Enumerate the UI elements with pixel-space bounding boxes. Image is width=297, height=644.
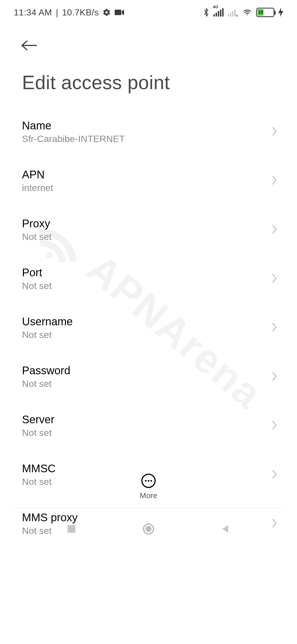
field-name[interactable]: Name Sfr-Carabibe-INTERNET [0, 107, 297, 156]
battery-level: 38 [258, 9, 263, 16]
svg-point-14 [148, 480, 149, 482]
field-password[interactable]: Password Not set [0, 352, 297, 401]
field-username[interactable]: Username Not set [0, 303, 297, 352]
field-label: APN [22, 168, 53, 181]
field-value: Not set [22, 231, 52, 242]
chevron-right-icon [271, 126, 278, 138]
field-value: Not set [22, 329, 73, 340]
field-label: Port [22, 266, 52, 279]
chevron-right-icon [271, 175, 278, 187]
svg-point-15 [150, 480, 152, 482]
svg-rect-4 [218, 11, 219, 17]
signal-4g-icon: 4G [213, 8, 224, 17]
field-label: Name [22, 119, 125, 132]
more-label: More [140, 491, 157, 500]
svg-point-13 [145, 480, 147, 482]
svg-rect-5 [220, 10, 221, 17]
chevron-right-icon [271, 224, 278, 236]
field-value: internet [22, 182, 53, 193]
signal-nosim-icon [228, 8, 238, 17]
status-net-speed: 10.7KB/s [62, 7, 99, 18]
field-label: Proxy [22, 217, 52, 230]
field-proxy[interactable]: Proxy Not set [0, 205, 297, 254]
svg-rect-8 [230, 13, 231, 17]
arrow-left-icon [20, 39, 37, 51]
svg-rect-16 [68, 525, 75, 533]
field-server[interactable]: Server Not set [0, 401, 297, 450]
svg-rect-9 [232, 11, 233, 17]
svg-rect-2 [213, 14, 215, 17]
android-nav-bar [0, 510, 297, 548]
wifi-icon [242, 8, 252, 17]
chevron-right-icon [271, 322, 278, 334]
svg-rect-7 [228, 14, 229, 17]
nav-home-button[interactable] [140, 521, 157, 537]
gear-icon [103, 8, 111, 17]
field-value: Not set [22, 280, 52, 291]
field-label: Server [22, 413, 54, 426]
page-title: Edit access point [0, 55, 297, 107]
field-value: Not set [22, 427, 54, 438]
svg-point-11 [247, 14, 248, 15]
more-button[interactable]: More [0, 473, 297, 500]
svg-rect-1 [115, 10, 121, 15]
battery-icon: 38 [256, 8, 274, 17]
chevron-right-icon [271, 420, 278, 432]
field-value: Not set [22, 378, 70, 389]
camera-icon [115, 9, 124, 16]
field-apn[interactable]: APN internet [0, 156, 297, 205]
bluetooth-icon [203, 7, 210, 17]
more-icon [141, 473, 156, 489]
field-value: Sfr-Carabibe-INTERNET [22, 133, 125, 144]
field-label: Username [22, 315, 73, 328]
chevron-right-icon [271, 371, 278, 383]
svg-rect-3 [216, 13, 217, 17]
nav-back-button[interactable] [217, 521, 234, 537]
field-label: Password [22, 364, 70, 377]
divider [14, 508, 283, 508]
nav-recents-button[interactable] [63, 521, 80, 537]
field-port[interactable]: Port Not set [0, 254, 297, 303]
charging-icon [278, 8, 283, 17]
svg-point-18 [145, 526, 152, 532]
back-button[interactable] [19, 36, 38, 55]
network-tag: 4G [213, 4, 218, 9]
svg-rect-6 [222, 8, 224, 17]
status-time: 11:34 AM [14, 7, 52, 18]
svg-rect-10 [234, 10, 236, 17]
status-bar: 11:34 AM | 10.7KB/s 4G [0, 0, 297, 25]
chevron-right-icon [271, 273, 278, 285]
